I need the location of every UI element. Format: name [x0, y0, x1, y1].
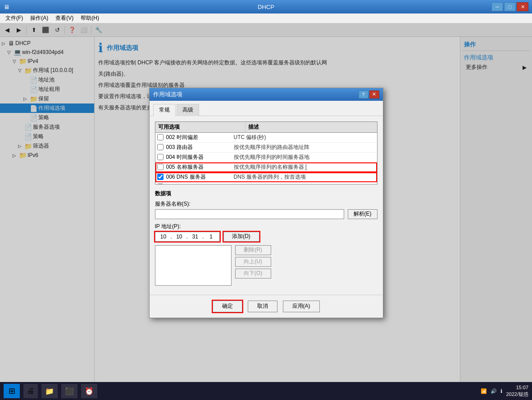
menu-file[interactable]: 文件(F)	[2, 13, 27, 23]
option-desc-005: 按优先顺序排列的名称服务器 [	[234, 163, 375, 171]
taskbar-info-icon: ℹ	[500, 388, 502, 394]
restore-button[interactable]: □	[504, 2, 516, 11]
option-name-003: 003 路由器	[166, 144, 234, 151]
menu-help[interactable]: 帮助(H)	[77, 13, 103, 23]
taskbar: ⊞ 🖨 📁 ⬛ ⏰ 📶 🔊 ℹ 15:07 2022/疑惑	[0, 382, 532, 400]
resolve-button[interactable]: 解析(E)	[348, 209, 377, 219]
option-desc-006: DNS 服务器的阵列，按首选项	[234, 173, 375, 181]
option-row-003[interactable]: 003 路由器 按优先顺序排列的路由器地址阵	[155, 143, 377, 153]
dialog-footer: 确定 取消 应用(A)	[150, 295, 383, 318]
ip-octet-3[interactable]	[189, 234, 201, 240]
options-col-desc: 描述	[246, 122, 377, 132]
taskbar-clock[interactable]: 15:07 2022/疑惑	[506, 384, 528, 398]
cancel-button[interactable]: 取消	[248, 301, 277, 312]
server-name-input[interactable]	[155, 209, 344, 219]
add-button[interactable]: 添加(D)	[223, 232, 259, 242]
option-name-002: 002 时间偏差	[166, 134, 234, 141]
up-button[interactable]: 向上(U)	[235, 257, 271, 267]
minimize-button[interactable]: ─	[491, 2, 503, 11]
ip-octet-4[interactable]	[205, 234, 218, 240]
server-name-label: 服务器名称(S):	[155, 200, 377, 208]
option-check-003[interactable]	[157, 144, 164, 150]
option-desc-003: 按优先顺序排列的路由器地址阵	[234, 144, 375, 151]
taskbar-item-3[interactable]: ⬛	[61, 384, 77, 398]
options-col-name: 可用选项	[155, 122, 246, 132]
option-row-006[interactable]: 006 DNS 服务器 DNS 服务器的阵列，按首选项	[155, 172, 377, 182]
down-button[interactable]: 向下(O)	[235, 269, 271, 279]
ip-dot-1: .	[171, 234, 172, 240]
data-section-title: 数据项	[155, 190, 377, 198]
option-check-004[interactable]	[157, 154, 164, 160]
option-check-005[interactable]	[157, 164, 164, 170]
taskbar-sound-icon: 🔊	[491, 388, 497, 394]
taskbar-right: 📶 🔊 ℹ 15:07 2022/疑惑	[481, 384, 528, 398]
option-name-007: 007 日志服务器	[166, 183, 234, 184]
ip-label: IP 地址(P):	[155, 223, 377, 230]
option-name-005: 005 名称服务器	[166, 163, 234, 171]
option-name-004: 004 时间服务器	[166, 153, 234, 161]
options-header: 可用选项 描述	[155, 122, 377, 133]
ip-octet-2[interactable]	[173, 234, 186, 240]
option-row-002[interactable]: 002 时间偏差 UTC 偏移(秒)	[155, 133, 377, 143]
option-desc-007: 了网上的 MIT-LCS-UDP 日志服	[234, 183, 375, 184]
option-desc-002: UTC 偏移(秒)	[234, 134, 375, 141]
tab-advanced[interactable]: 高级	[177, 104, 199, 116]
tab-general[interactable]: 常规	[153, 104, 176, 116]
menu-view[interactable]: 查看(V)	[52, 13, 77, 23]
dialog-title: 作用域选项	[153, 90, 182, 99]
dialog-help-button[interactable]: ?	[359, 90, 368, 99]
ip-dot-3: .	[202, 234, 204, 240]
option-check-007[interactable]	[157, 184, 164, 184]
options-table: 可用选项 描述 002 时间偏差 UTC 偏移(秒) 003 路由器 按优先顺序…	[155, 121, 377, 184]
server-name-row: 解析(E)	[155, 209, 377, 219]
taskbar-network-icon: 📶	[481, 388, 487, 394]
taskbar-item-1[interactable]: 🖨	[23, 384, 38, 398]
taskbar-date: 2022/疑惑	[506, 391, 528, 398]
modal-overlay: 作用域选项 ? ✕ 常规 高级 可用选项 描述 002 时间偏差	[0, 23, 532, 382]
dialog-content: 可用选项 描述 002 时间偏差 UTC 偏移(秒) 003 路由器 按优先顺序…	[150, 116, 383, 295]
taskbar-time: 15:07	[506, 384, 528, 391]
dialog-scope-options: 作用域选项 ? ✕ 常规 高级 可用选项 描述 002 时间偏差	[149, 88, 383, 318]
ip-octet-1[interactable]	[157, 234, 170, 240]
taskbar-item-2[interactable]: 📁	[41, 384, 58, 398]
title-bar: 🖥 DHCP ─ □ ✕	[0, 0, 532, 13]
dialog-controls: ? ✕	[359, 90, 379, 99]
delete-button[interactable]: 删除(R)	[235, 245, 271, 255]
action-buttons: 删除(R) 向上(U) 向下(O)	[235, 245, 271, 279]
ip-dot-2: .	[186, 234, 188, 240]
start-button[interactable]: ⊞	[4, 384, 20, 398]
window-title: DHCP	[258, 4, 274, 10]
menu-action[interactable]: 操作(A)	[27, 13, 52, 23]
taskbar-item-4[interactable]: ⏰	[81, 384, 97, 398]
apply-button[interactable]: 应用(A)	[283, 301, 320, 312]
option-row-004[interactable]: 004 时间服务器 按优先顺序排列的时间服务器地	[155, 153, 377, 162]
close-button[interactable]: ✕	[517, 2, 528, 11]
ip-field[interactable]: . . .	[155, 232, 220, 242]
option-check-006[interactable]	[157, 174, 164, 180]
option-check-002[interactable]	[157, 134, 164, 140]
menu-bar: 文件(F) 操作(A) 查看(V) 帮助(H)	[0, 13, 532, 23]
option-name-006: 006 DNS 服务器	[166, 173, 234, 181]
dialog-title-bar: 作用域选项 ? ✕	[150, 88, 383, 101]
option-row-005[interactable]: 005 名称服务器 按优先顺序排列的名称服务器 [	[155, 162, 377, 172]
option-row-007[interactable]: 007 日志服务器 了网上的 MIT-LCS-UDP 日志服	[155, 182, 377, 184]
ip-list-box[interactable]	[155, 245, 232, 286]
dialog-tabs: 常规 高级	[150, 101, 383, 116]
ok-button[interactable]: 确定	[213, 301, 242, 312]
ip-row: . . . 添加(D)	[155, 232, 377, 242]
list-actions-row: 删除(R) 向上(U) 向下(O)	[155, 245, 377, 286]
dialog-close-button[interactable]: ✕	[369, 90, 379, 99]
option-desc-004: 按优先顺序排列的时间服务器地	[234, 153, 375, 161]
window-controls: ─ □ ✕	[491, 2, 528, 11]
